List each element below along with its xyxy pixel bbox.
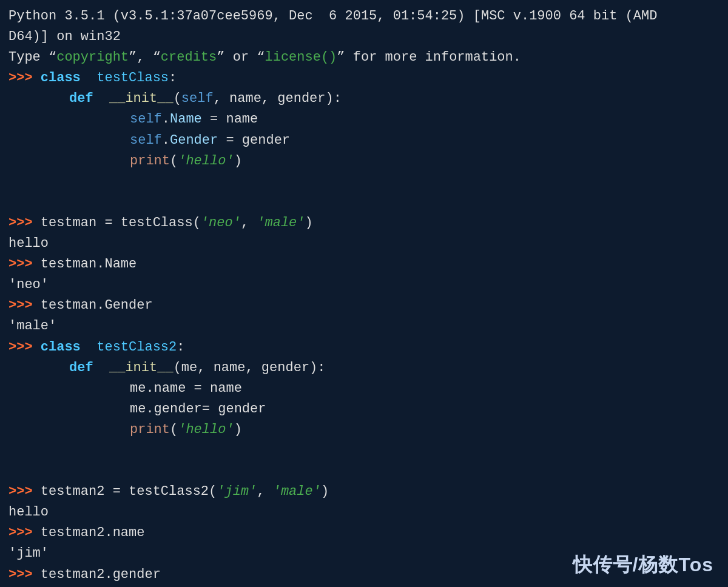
blank-4 <box>8 461 720 481</box>
code-line-10: def __init__(me, name, gender): <box>8 358 720 378</box>
code-line-5: print('hello') <box>8 151 720 172</box>
blank-3 <box>8 440 720 461</box>
code-line-1: >>> class testClass: <box>8 68 720 89</box>
header-line1: Python 3.5.1 (v3.5.1:37a07cee5969, Dec 6… <box>8 6 720 47</box>
code-line-11: me.name = name <box>8 378 720 399</box>
code-line-15: >>> testman2.name <box>8 523 720 543</box>
code-line-3: self.Name = name <box>8 109 720 130</box>
header-line2: Type “copyright”, “credits” or “license(… <box>8 47 720 68</box>
output-male-1: 'male' <box>8 316 720 337</box>
code-line-4: self.Gender = gender <box>8 130 720 151</box>
blank-1 <box>8 172 720 192</box>
code-line-14: >>> testman2 = testClass2('jim', 'male') <box>8 481 720 502</box>
terminal-window: Python 3.5.1 (v3.5.1:37a07cee5969, Dec 6… <box>0 0 728 587</box>
code-line-9: >>> class testClass2: <box>8 337 720 358</box>
output-male-2: 'male' <box>8 585 720 587</box>
code-line-2: def __init__(self, name, gender): <box>8 89 720 109</box>
code-line-13: print('hello') <box>8 420 720 440</box>
code-line-7: >>> testman.Name <box>8 254 720 275</box>
output-hello-2: hello <box>8 502 720 523</box>
watermark: 快传号/杨数Tos <box>573 552 713 579</box>
code-line-6: >>> testman = testClass('neo', 'male') <box>8 213 720 233</box>
output-neo: 'neo' <box>8 275 720 295</box>
output-hello-1: hello <box>8 233 720 254</box>
blank-2 <box>8 192 720 213</box>
code-line-12: me.gender= gender <box>8 399 720 420</box>
code-line-8: >>> testman.Gender <box>8 295 720 316</box>
